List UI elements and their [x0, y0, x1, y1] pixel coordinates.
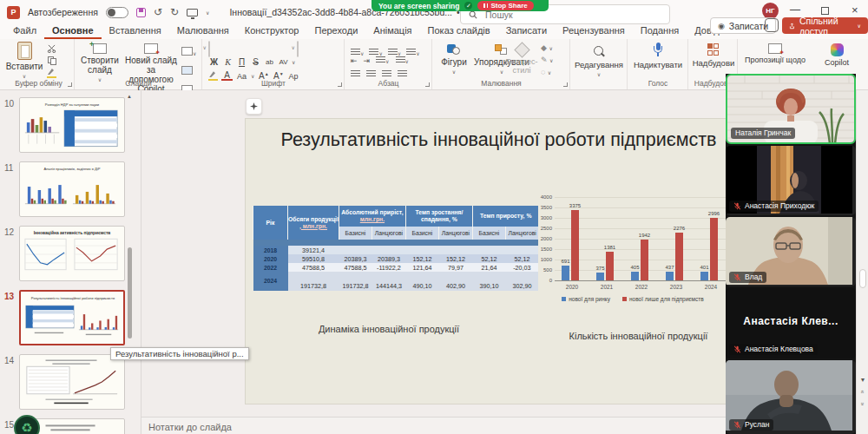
slide-title[interactable]: Результативність інноваційної роботи під…: [263, 129, 734, 151]
autosave-label: Автозбереження: [28, 7, 98, 17]
shape-outline-icon[interactable]: ✎ ∨: [541, 56, 553, 64]
increase-indent-icon[interactable]: ⇥: [364, 56, 371, 65]
slide-thumbnail-image[interactable]: [19, 354, 125, 410]
align-center-icon[interactable]: [366, 70, 376, 77]
start-presentation-icon[interactable]: [187, 9, 198, 16]
undo-icon[interactable]: ↺: [154, 7, 162, 17]
tab-Малювання[interactable]: Малювання: [169, 24, 237, 39]
bar-value-label: 2996: [704, 211, 725, 216]
participant-tile-1[interactable]: Наталія Гринчак: [726, 74, 856, 144]
bar-value-label: 1381: [600, 245, 621, 250]
muted-mic-icon: [733, 421, 741, 429]
tab-Анімація[interactable]: Анімація: [365, 24, 419, 39]
thumbnail-slide-12[interactable]: 12Інноваційна активність підприємств: [0, 226, 141, 283]
main-scrollbar-thumb[interactable]: [859, 269, 866, 288]
clipboard-dialog-launcher[interactable]: [68, 82, 72, 87]
dictate-button[interactable]: Надиктувати: [630, 43, 686, 69]
next-slide-icon[interactable]: »: [857, 401, 868, 407]
thumbnail-slide-10[interactable]: 10Розподіл НДР за галузями науки: [0, 97, 141, 155]
thumbnail-slide-13[interactable]: 13Результативність інноваційної роботи п…: [0, 290, 141, 347]
bar-chart[interactable]: 4000350030002500200015001000500069133752…: [536, 192, 730, 322]
x-tick-label: 2023: [659, 284, 694, 290]
font-size-select[interactable]: [297, 41, 299, 57]
slide-thumbnail-image[interactable]: Результативність інноваційної роботи під…: [19, 290, 125, 345]
tab-Показ слайдів[interactable]: Показ слайдів: [420, 24, 498, 39]
slide-thumbnail-image[interactable]: Аналіз працівників, задіяних в ДіР: [19, 161, 125, 217]
align-left-icon[interactable]: [351, 70, 360, 77]
suggestions-button[interactable]: ✦ Пропозиції щодо: [739, 43, 812, 64]
align-right-icon[interactable]: [382, 70, 391, 77]
tab-Конструктор[interactable]: Конструктор: [237, 24, 307, 39]
tab-Файл[interactable]: Файл: [5, 24, 44, 39]
shape-effects-icon[interactable]: ◌ ∨: [541, 68, 553, 76]
participant-tile-4[interactable]: Анастасія Клев...Анастасія Клевцова: [726, 288, 856, 358]
tab-Подання[interactable]: Подання: [633, 24, 687, 39]
tab-Рецензування[interactable]: Рецензування: [555, 24, 633, 39]
shapes-button[interactable]: Фігури ∨: [435, 44, 473, 75]
slide-thumbnail-image[interactable]: Розподіл НДР за галузями науки: [19, 97, 125, 153]
columns-icon[interactable]: ∨: [376, 56, 389, 65]
redo-icon[interactable]: ↻: [170, 7, 179, 17]
scroll-down-icon[interactable]: ▼: [857, 377, 868, 383]
addins-button[interactable]: Надбудови: [691, 43, 736, 68]
slide-number: 15: [4, 420, 14, 430]
tab-Основне[interactable]: Основне: [44, 24, 102, 39]
font-name-select[interactable]: [208, 41, 210, 57]
character-spacing-icon[interactable]: AV: [278, 58, 289, 66]
bar-2021-series2: [606, 252, 614, 280]
italic-icon[interactable]: К: [222, 57, 233, 67]
new-slide-icon: +: [93, 43, 107, 54]
decrease-indent-icon[interactable]: ⇤: [351, 56, 358, 65]
subscript-icon[interactable]: ab: [264, 58, 275, 66]
paragraph-dialog-launcher[interactable]: [425, 82, 430, 87]
previous-slide-icon[interactable]: «: [857, 389, 868, 395]
underline-icon[interactable]: П: [236, 57, 247, 67]
font-dialog-launcher[interactable]: [338, 82, 342, 87]
comments-button[interactable]: [765, 18, 779, 32]
shape-fill-icon[interactable]: ◆ ∨: [541, 43, 553, 52]
thumbnail-slide-11[interactable]: 11Аналіз працівників, задіяних в ДіР: [0, 161, 141, 219]
minimize-button[interactable]: —: [790, 3, 800, 16]
participant-tile-2[interactable]: Анастасія Приходюк: [726, 146, 856, 215]
participant-tile-5[interactable]: Руслан: [726, 360, 856, 434]
share-button[interactable]: Спільний доступ ∨: [782, 17, 868, 34]
slide-layout-icon[interactable]: ∨: [181, 43, 196, 59]
quick-styles-button[interactable]: Експрес-стилі: [506, 44, 537, 75]
screen-sharing-banner: You are screen sharing ✓ Stop Share: [372, 0, 549, 11]
slides-group: + Створити слайд ∨ ✦ Новий слайд за допо…: [76, 39, 202, 89]
save-icon[interactable]: [136, 8, 146, 17]
main-scrollbar[interactable]: ▼ « »: [856, 90, 868, 434]
editing-button[interactable]: Редагування ∨: [573, 46, 625, 77]
text-direction-icon[interactable]: ∨: [396, 56, 409, 65]
bar-2023-series1: [666, 272, 674, 280]
slides-group-label: Слайди: [76, 79, 201, 88]
bold-icon[interactable]: Ж: [208, 57, 220, 67]
thumbnail-slide-14[interactable]: 14: [0, 354, 141, 411]
strikethrough-icon[interactable]: S: [250, 57, 261, 67]
autosave-toggle[interactable]: [106, 7, 128, 18]
tab-Переходи[interactable]: Переходи: [306, 24, 365, 39]
slide-thumbnail-image[interactable]: Інноваційна активність підприємств: [19, 226, 125, 281]
toolbar-chevron-icon[interactable]: ∨: [206, 10, 209, 16]
sharing-check-icon: ✓: [464, 2, 472, 10]
stop-share-button[interactable]: Stop Share: [477, 1, 533, 10]
table-caption[interactable]: Динаміка інноваційної продукції: [293, 324, 484, 334]
slide-table[interactable]: РікОбсяги продукції, млн.грн.Абсолютний …: [253, 206, 538, 291]
slide-canvas[interactable]: Результативність інноваційної роботи під…: [245, 118, 753, 404]
justify-icon[interactable]: [398, 70, 407, 77]
copy-icon[interactable]: [48, 56, 56, 65]
notes-placeholder[interactable]: Нотатки до слайда: [148, 422, 232, 432]
tab-Вставлення[interactable]: Вставлення: [102, 24, 169, 39]
drawing-dialog-launcher[interactable]: [563, 82, 568, 87]
tab-Записати[interactable]: Записати: [498, 24, 555, 39]
copilot-button[interactable]: Copilot: [815, 43, 858, 67]
cut-icon[interactable]: [47, 44, 56, 53]
format-painter-icon[interactable]: [47, 69, 56, 78]
paste-button[interactable]: Вставити ∨: [7, 42, 42, 79]
designer-sparkle-button[interactable]: [246, 98, 262, 115]
reset-slide-icon[interactable]: [181, 62, 196, 78]
new-slide-button[interactable]: + Створити слайд ∨: [77, 43, 122, 82]
chart-caption[interactable]: Кількість інноваційної продукції: [545, 331, 732, 341]
participant-tile-3[interactable]: Влад: [726, 217, 856, 286]
sharing-banner-text: You are screen sharing: [378, 2, 459, 10]
